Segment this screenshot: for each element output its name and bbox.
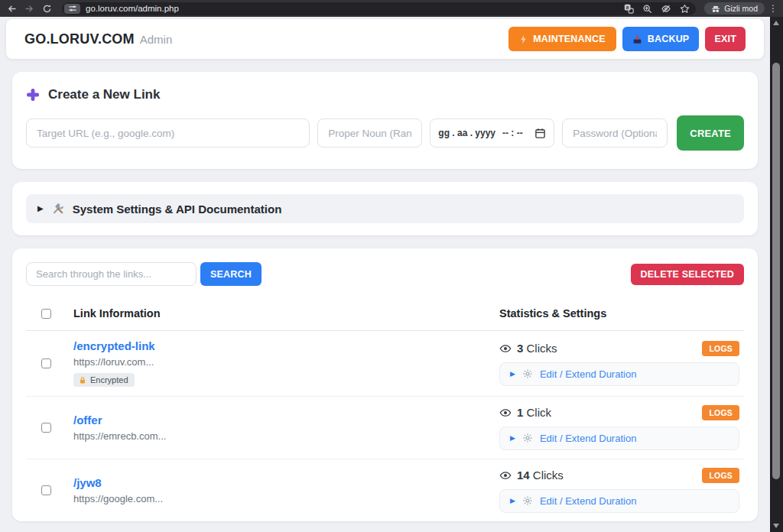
column-link-information: Link Information <box>73 307 499 320</box>
maintenance-button[interactable]: MAINTENANCE <box>508 27 616 51</box>
url-text[interactable]: go.loruv.com/admin.php <box>86 4 179 13</box>
link-info-cell: /encrypted-link https://loruv.com... Enc… <box>73 339 499 388</box>
edit-extend-label: Edit / Extend Duration <box>540 368 636 380</box>
date-placeholder: gg . aa . yyyy <box>438 128 495 138</box>
edit-extend-toggle[interactable]: ▶ Edit / Extend Duration <box>499 362 739 386</box>
site-brand: GO.LORUV.COM <box>24 31 135 47</box>
omnibox-icons: a <box>624 4 690 14</box>
stats-cell: 14 Clicks LOGS ▶ Edit / Extend Duration <box>499 468 744 513</box>
gear-icon <box>522 433 533 443</box>
tune-icon <box>68 5 77 12</box>
edit-extend-label: Edit / Extend Duration <box>540 433 636 444</box>
page-content: GO.LORUV.COM Admin MAINTENANCE BACKUP EX… <box>0 17 770 532</box>
edit-extend-toggle[interactable]: ▶ Edit / Extend Duration <box>499 427 739 450</box>
link-slug[interactable]: /jyw8 <box>73 476 102 489</box>
row-checkbox[interactable] <box>41 358 51 368</box>
zoom-icon[interactable] <box>642 4 652 14</box>
delete-selected-button[interactable]: DELETE SELECTED <box>631 264 744 285</box>
link-target-url: https://loruv.com... <box>73 356 499 368</box>
create-button[interactable]: CREATE <box>677 115 744 151</box>
translate-icon[interactable]: a <box>624 4 634 14</box>
forward-icon[interactable] <box>22 2 36 15</box>
browser-window: go.loruv.com/admin.php a Gizli mod ⋮ GO.… <box>0 0 783 532</box>
caret-icon: ▶ <box>510 435 515 442</box>
site-info-chip[interactable] <box>64 4 80 14</box>
create-link-title: Create a New Link <box>26 87 744 102</box>
scrollbar-thumb[interactable] <box>772 63 780 479</box>
tools-icon <box>52 203 64 215</box>
caret-icon: ▶ <box>37 205 44 212</box>
calendar-icon[interactable] <box>534 128 546 139</box>
kebab-menu-icon[interactable]: ⋮ <box>768 4 778 13</box>
caret-icon: ▶ <box>510 371 515 378</box>
select-all-checkbox[interactable] <box>41 309 51 319</box>
custom-slug-input[interactable] <box>317 118 422 148</box>
site-brand-suffix: Admin <box>140 33 173 46</box>
logs-button[interactable]: LOGS <box>702 405 739 420</box>
logs-button[interactable]: LOGS <box>702 468 739 483</box>
click-count: 3 Clicks <box>517 342 557 355</box>
scroll-up-arrow-icon[interactable] <box>773 21 779 25</box>
column-statistics-settings: Statistics & Settings <box>499 307 744 320</box>
vertical-scrollbar[interactable] <box>770 17 783 532</box>
link-slug[interactable]: /offer <box>73 414 102 427</box>
row-checkbox[interactable] <box>41 423 51 433</box>
incognito-label: Gizli mod <box>724 4 758 13</box>
system-settings-title: System Settings & API Documentation <box>73 203 282 216</box>
link-info-cell: /jyw8 https://google.com... <box>73 476 499 504</box>
eye-icon <box>499 471 512 480</box>
expiry-datetime-input[interactable]: gg . aa . yyyy -- : -- <box>430 118 554 148</box>
table-row: /jyw8 https://google.com... 14 Clicks LO… <box>26 459 744 521</box>
search-button[interactable]: SEARCH <box>200 262 262 286</box>
system-settings-card: ▶ System Settings & API Documentation <box>12 182 758 235</box>
gear-icon <box>522 495 533 506</box>
link-info-cell: /offer https://emrecb.com... <box>73 414 499 442</box>
links-card: SEARCH DELETE SELECTED Link Information … <box>12 248 758 521</box>
url-bar[interactable]: go.loruv.com/admin.php a <box>62 2 696 15</box>
table-header: Link Information Statistics & Settings <box>26 295 744 331</box>
admin-header: GO.LORUV.COM Admin MAINTENANCE BACKUP EX… <box>6 19 764 59</box>
edit-extend-label: Edit / Extend Duration <box>540 495 636 507</box>
exit-button[interactable]: EXIT <box>705 27 746 51</box>
lock-icon <box>79 376 86 384</box>
click-count: 14 Clicks <box>517 469 564 482</box>
caret-icon: ▶ <box>510 498 515 504</box>
link-slug[interactable]: /encrypted-link <box>73 339 155 352</box>
backup-button[interactable]: BACKUP <box>622 27 700 51</box>
create-link-card: Create a New Link gg . aa . yyyy -- : --… <box>12 72 758 169</box>
backup-tray-icon <box>632 34 642 44</box>
row-checkbox[interactable] <box>41 485 51 495</box>
eye-icon <box>499 344 512 353</box>
table-row: /offer https://emrecb.com... 1 Click LOG… <box>26 397 744 459</box>
target-url-input[interactable] <box>26 118 310 148</box>
links-toolbar: SEARCH DELETE SELECTED <box>26 262 744 286</box>
encrypted-badge: Encrypted <box>73 373 135 387</box>
gear-icon <box>522 368 533 379</box>
link-target-url: https://emrecb.com... <box>73 430 499 442</box>
header-actions: MAINTENANCE BACKUP EXIT <box>508 27 746 51</box>
reload-icon[interactable] <box>40 2 54 15</box>
stats-cell: 3 Clicks LOGS ▶ Edit / Extend Duration <box>499 341 744 386</box>
search-input[interactable] <box>26 262 197 286</box>
table-row: /encrypted-link https://loruv.com... Enc… <box>26 331 744 397</box>
system-settings-toggle[interactable]: ▶ System Settings & API Documentation <box>26 194 744 223</box>
scroll-down-arrow-icon[interactable] <box>773 524 779 528</box>
plus-icon <box>26 88 40 102</box>
star-icon[interactable] <box>680 4 690 14</box>
eye-icon <box>499 408 512 417</box>
password-input[interactable] <box>562 118 668 148</box>
time-placeholder: -- : -- <box>502 128 523 138</box>
click-count: 1 Click <box>517 406 551 419</box>
back-icon[interactable] <box>5 2 18 15</box>
create-link-form: gg . aa . yyyy -- : -- CREATE <box>26 115 744 151</box>
edit-extend-toggle[interactable]: ▶ Edit / Extend Duration <box>499 489 739 513</box>
stats-cell: 1 Click LOGS ▶ Edit / Extend Duration <box>499 405 744 450</box>
eye-off-icon[interactable] <box>661 4 671 14</box>
browser-toolbar: go.loruv.com/admin.php a Gizli mod ⋮ <box>0 0 783 17</box>
incognito-badge[interactable]: Gizli mod <box>704 2 765 15</box>
incognito-icon <box>711 5 720 13</box>
lightning-icon <box>519 34 528 44</box>
link-target-url: https://google.com... <box>73 493 499 504</box>
logs-button[interactable]: LOGS <box>702 341 739 356</box>
